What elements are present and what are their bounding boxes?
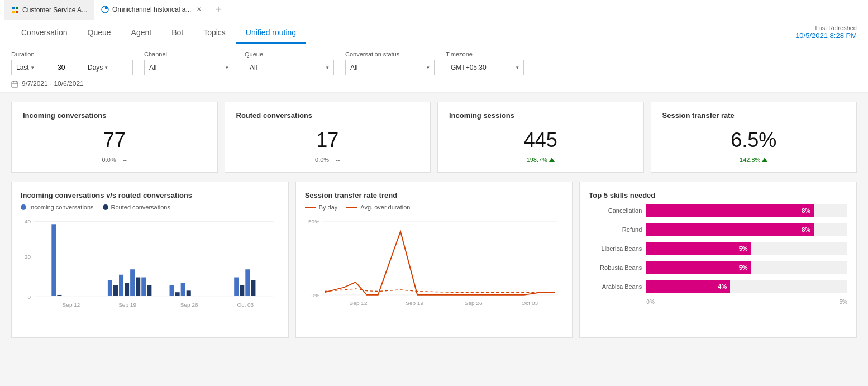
- filters-bar: Duration Last ▾ Days ▾ Channel All ▾: [0, 44, 868, 93]
- conversation-status-select[interactable]: All ▾: [345, 60, 435, 75]
- kpi-card-incoming-conversations: Incoming conversations 77 0.0% --: [11, 102, 218, 173]
- timezone-filter: Timezone GMT+05:30 ▾: [446, 51, 524, 75]
- trend-up-arrow-3: [762, 158, 767, 162]
- hbar-row-0: Cancellation 8%: [589, 204, 847, 217]
- browser-tab-customer-service[interactable]: Customer Service A...: [4, 0, 94, 20]
- timezone-select[interactable]: GMT+05:30 ▾: [446, 60, 524, 75]
- charts-row: Incoming conversations v/s routed conver…: [11, 182, 857, 338]
- bar-chart-container: 40 20 0 Sep 12 Sep 19 Sep 26 Oct 03: [21, 216, 279, 328]
- svg-text:Oct 03: Oct 03: [521, 301, 538, 306]
- svg-text:50%: 50%: [308, 218, 320, 224]
- hbar-row-3: Robusta Beans 5%: [589, 261, 847, 274]
- hbar-chart: Cancellation 8% Refund 8% Liberica Beans…: [589, 204, 847, 293]
- svg-rect-1: [16, 7, 18, 9]
- legend-label-avg: Avg. over duration: [360, 204, 410, 211]
- kpi-pct-0: 0.0%: [102, 156, 116, 163]
- svg-text:Sep 26: Sep 26: [180, 302, 198, 308]
- new-tab-button[interactable]: +: [208, 0, 228, 20]
- svg-rect-35: [245, 269, 250, 296]
- line-chart-card: Session transfer rate trend By day Avg. …: [295, 182, 573, 338]
- svg-rect-26: [136, 278, 140, 296]
- tab-agent[interactable]: Agent: [121, 20, 162, 44]
- kpi-card-session-transfer-rate: Session transfer rate 6.5% 142.8%: [651, 102, 857, 173]
- nav-tabs: Conversation Queue Agent Bot Topics Unif…: [11, 20, 306, 44]
- conversation-status-label: Conversation status: [345, 51, 435, 58]
- kpi-trend-3: 142.8%: [740, 156, 767, 163]
- main-content: Incoming conversations 77 0.0% -- Routed…: [0, 93, 868, 347]
- duration-period-select[interactable]: Last ▾: [11, 60, 50, 75]
- kpi-secondary-1: --: [336, 156, 340, 163]
- svg-text:Sep 26: Sep 26: [464, 301, 482, 306]
- legend-dot-routed: [103, 204, 108, 210]
- browser-tab-bar: Customer Service A... Omnichannel histor…: [0, 0, 868, 20]
- duration-value-input[interactable]: [53, 60, 80, 75]
- tab-conversation[interactable]: Conversation: [11, 20, 78, 44]
- svg-rect-0: [12, 7, 15, 9]
- svg-rect-34: [240, 285, 244, 296]
- tab-queue[interactable]: Queue: [78, 20, 121, 44]
- hbar-chart-title: Top 5 skills needed: [589, 191, 847, 199]
- queue-select[interactable]: All ▾: [245, 60, 334, 75]
- duration-unit-select[interactable]: Days ▾: [83, 60, 133, 75]
- filter-row: Duration Last ▾ Days ▾ Channel All ▾: [11, 51, 857, 75]
- kpi-title-0: Incoming conversations: [23, 111, 206, 120]
- kpi-footer-1: 0.0% --: [236, 156, 419, 163]
- line-chart-legend: By day Avg. over duration: [305, 204, 564, 211]
- hbar-label-4: Arabica Beans: [589, 283, 642, 290]
- bar-chart-title: Incoming conversations v/s routed conver…: [21, 191, 279, 199]
- line-chart-container: 50% 0% Sep 12 Sep 19 Sep 26 Oct 03: [305, 216, 564, 328]
- kpi-title-2: Incoming sessions: [449, 111, 632, 120]
- chevron-down-icon-6: ▾: [516, 65, 519, 70]
- last-refreshed-value: 10/5/2021 8:28 PM: [795, 31, 857, 40]
- hbar-fill-2: 5%: [646, 242, 751, 255]
- svg-text:Sep 19: Sep 19: [118, 302, 136, 308]
- tab-close-button[interactable]: ✕: [197, 6, 201, 12]
- svg-text:Oct 03: Oct 03: [237, 302, 254, 308]
- tab-unified-routing[interactable]: Unified routing: [236, 20, 306, 44]
- chevron-down-icon: ▾: [31, 65, 34, 70]
- svg-rect-31: [181, 283, 185, 296]
- hbar-track-2: 5%: [646, 242, 847, 255]
- hbar-axis-0: 0%: [646, 299, 654, 305]
- hbar-axis-5: 5%: [840, 299, 847, 305]
- legend-solid-line: [305, 207, 316, 208]
- trend-up-arrow-2: [549, 158, 555, 162]
- duration-filter: Duration Last ▾ Days ▾: [11, 51, 133, 75]
- svg-rect-20: [57, 295, 61, 296]
- kpi-value-1: 17: [236, 128, 419, 152]
- svg-rect-33: [234, 278, 239, 296]
- legend-dot-incoming: [21, 204, 26, 210]
- last-refreshed: Last Refreshed 10/5/2021 8:28 PM: [795, 25, 857, 40]
- kpi-value-2: 445: [449, 128, 632, 152]
- hbar-track-4: 4%: [646, 280, 847, 293]
- kpi-value-3: 6.5%: [662, 128, 846, 152]
- hbar-label-2: Liberica Beans: [589, 245, 642, 252]
- legend-dashed-line: [346, 207, 357, 208]
- kpi-footer-0: 0.0% --: [23, 156, 206, 163]
- browser-tab-omnichannel[interactable]: Omnichannel historical a... ✕: [94, 0, 208, 20]
- svg-rect-19: [51, 224, 56, 296]
- legend-label-by-day: By day: [319, 204, 338, 211]
- legend-incoming: Incoming conversations: [21, 204, 94, 211]
- tab-bot[interactable]: Bot: [161, 20, 193, 44]
- calendar-icon: [11, 80, 18, 88]
- queue-filter: Queue All ▾: [245, 51, 334, 75]
- hbar-pct-1: 8%: [802, 226, 810, 233]
- svg-rect-2: [12, 11, 15, 13]
- svg-rect-25: [130, 269, 135, 296]
- chart-icon: [101, 6, 109, 13]
- svg-rect-30: [175, 292, 180, 296]
- channel-select[interactable]: All ▾: [144, 60, 233, 75]
- tab-topics[interactable]: Topics: [193, 20, 236, 44]
- kpi-value-0: 77: [23, 128, 206, 152]
- legend-avg: Avg. over duration: [346, 204, 410, 211]
- legend-label-incoming: Incoming conversations: [29, 204, 94, 211]
- nav-bar: Conversation Queue Agent Bot Topics Unif…: [0, 20, 868, 44]
- svg-rect-5: [12, 82, 18, 87]
- svg-text:20: 20: [25, 254, 31, 260]
- tab-label-1: Customer Service A...: [22, 6, 87, 14]
- svg-rect-22: [113, 285, 118, 296]
- svg-text:0: 0: [28, 294, 31, 300]
- kpi-row: Incoming conversations 77 0.0% -- Routed…: [11, 102, 857, 173]
- hbar-track-0: 8%: [646, 204, 847, 217]
